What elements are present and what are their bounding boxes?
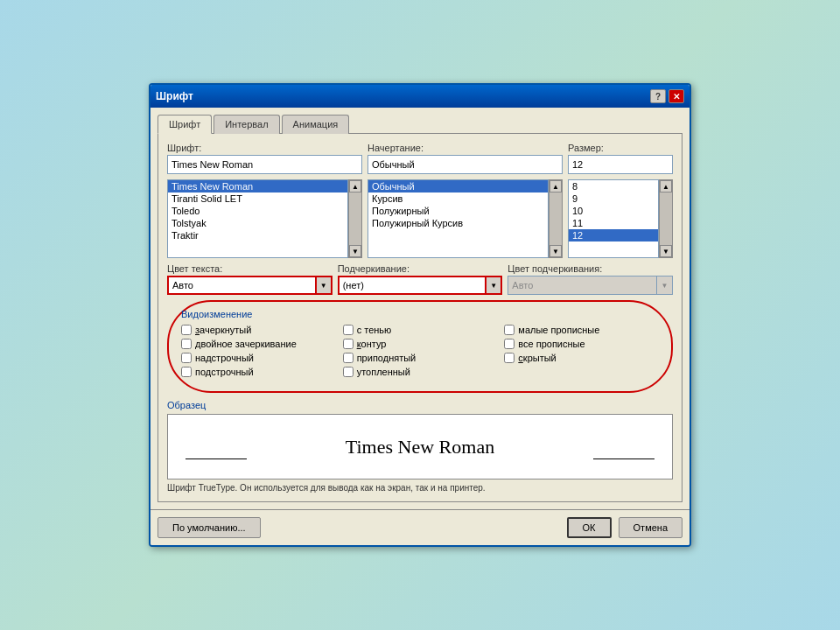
underline-dropdown[interactable]: (нет): [338, 276, 487, 295]
checkbox-engraved-input[interactable]: [343, 367, 354, 377]
scroll-up-btn[interactable]: ▲: [550, 180, 562, 192]
font-list-wrapper: Times New Roman Tiranti Solid LET Toledo…: [167, 179, 362, 258]
list-item[interactable]: Tiranti Solid LET: [168, 192, 347, 205]
size-input[interactable]: [568, 155, 673, 174]
scroll-down-btn[interactable]: ▼: [660, 245, 672, 257]
underline-color-dropdown-btn: ▼: [657, 276, 673, 295]
scroll-down-btn[interactable]: ▼: [349, 245, 361, 257]
checkbox-superscript-input[interactable]: [181, 353, 192, 363]
cancel-button[interactable]: Отмена: [619, 517, 682, 538]
ok-cancel-group: ОК Отмена: [567, 517, 682, 538]
font-input[interactable]: [167, 155, 362, 174]
scroll-track[interactable]: [349, 192, 361, 245]
dialog-title: Шрифт: [156, 90, 193, 102]
checkbox-engraved[interactable]: утопленный: [343, 367, 498, 377]
field-labels-row: Шрифт: Начертание: Размер:: [167, 143, 673, 174]
default-button[interactable]: По умолчанию...: [158, 517, 261, 538]
tab-interval[interactable]: Интервал: [214, 115, 279, 134]
tab-animation[interactable]: Анимация: [282, 115, 350, 134]
checkbox-subscript-label: подстрочный: [195, 367, 254, 377]
underline-color-dropdown: Авто: [508, 276, 657, 295]
color-row: Цвет текста: Авто ▼ Подчеркивание: (: [167, 263, 673, 295]
text-color-value: Авто: [172, 280, 193, 290]
checkbox-hidden-input[interactable]: [504, 353, 514, 363]
dialog-buttons: По умолчанию... ОК Отмена: [150, 509, 690, 545]
close-button[interactable]: ✕: [668, 89, 684, 103]
list-item[interactable]: Times New Roman: [168, 180, 347, 192]
dialog-content: Шрифт Интервал Анимация Шрифт: Начертани…: [150, 108, 690, 509]
checkbox-all-caps-input[interactable]: [504, 339, 514, 349]
list-item[interactable]: Tolstyak: [168, 217, 347, 229]
sample-underline-right: [593, 458, 654, 459]
list-item[interactable]: Полужирный: [368, 205, 548, 217]
checkbox-raised-input[interactable]: [343, 353, 354, 363]
checkbox-shadow[interactable]: с тенью: [343, 325, 498, 335]
list-item[interactable]: Полужирный Курсив: [368, 217, 548, 229]
list-item[interactable]: 8: [569, 180, 658, 192]
list-item[interactable]: Traktir: [168, 229, 347, 242]
scroll-up-btn[interactable]: ▲: [349, 180, 361, 192]
list-item[interactable]: 9: [569, 192, 658, 205]
dialog-wrapper: Шрифт ? ✕ Шрифт Интервал Анимация Шрифт:: [149, 83, 691, 547]
checkbox-shadow-input[interactable]: [343, 325, 354, 335]
help-button[interactable]: ?: [650, 89, 666, 103]
checkbox-small-caps-input[interactable]: [504, 325, 514, 335]
checkbox-raised[interactable]: приподнятый: [343, 353, 498, 363]
text-color-dropdown-btn[interactable]: ▼: [317, 276, 332, 295]
checkbox-all-caps[interactable]: все прописные: [504, 339, 659, 349]
checkbox-superscript-label: надстрочный: [195, 353, 254, 363]
sample-underline-left: [186, 458, 247, 459]
list-item[interactable]: 12: [569, 229, 658, 242]
size-listbox[interactable]: 8 9 10 11 12: [568, 179, 659, 258]
font-listbox[interactable]: Times New Roman Tiranti Solid LET Toledo…: [167, 179, 348, 258]
checkboxes-grid: зачеркнутый с тенью малые прописные: [181, 325, 659, 377]
underline-field: Подчеркивание: (нет) ▼: [338, 263, 503, 295]
sample-label: Образец: [167, 400, 673, 410]
checkbox-superscript[interactable]: надстрочный: [181, 353, 336, 363]
underline-color-value: Авто: [512, 280, 533, 290]
ok-button[interactable]: ОК: [567, 517, 612, 538]
text-color-dropdown[interactable]: Авто: [167, 276, 317, 295]
text-color-field: Цвет текста: Авто ▼: [167, 263, 332, 295]
checkbox-subscript[interactable]: подстрочный: [181, 367, 336, 377]
scroll-down-btn[interactable]: ▼: [550, 245, 562, 257]
underline-color-dropdown-wrapper: Авто ▼: [508, 276, 673, 295]
size-label: Размер:: [568, 143, 673, 153]
checkbox-outline-label: контур: [357, 339, 387, 349]
titlebar-controls: ? ✕: [650, 89, 684, 103]
style-scrollbar[interactable]: ▲ ▼: [549, 179, 563, 258]
checkbox-outline[interactable]: контур: [343, 339, 498, 349]
style-listbox[interactable]: Обычный Курсив Полужирный Полужирный Кур…: [368, 179, 549, 258]
checkbox-small-caps[interactable]: малые прописные: [504, 325, 659, 335]
checkbox-double-strike[interactable]: двойное зачеркивание: [181, 339, 336, 349]
size-scrollbar[interactable]: ▲ ▼: [659, 179, 673, 258]
list-item[interactable]: Toledo: [168, 205, 347, 217]
scroll-up-btn[interactable]: ▲: [660, 180, 672, 192]
checkbox-small-caps-label: малые прописные: [518, 325, 599, 335]
list-item[interactable]: Обычный: [368, 180, 548, 192]
checkbox-outline-input[interactable]: [343, 339, 354, 349]
sample-section: Образец Times New Roman Шрифт TrueType. …: [167, 400, 673, 493]
checkbox-double-strike-input[interactable]: [181, 339, 192, 349]
underline-dropdown-btn[interactable]: ▼: [486, 276, 502, 295]
checkbox-hidden[interactable]: скрытый: [504, 353, 659, 363]
scroll-track[interactable]: [550, 192, 562, 245]
list-row: Times New Roman Tiranti Solid LET Toledo…: [167, 179, 673, 258]
font-scrollbar[interactable]: ▲ ▼: [348, 179, 362, 258]
underline-value: (нет): [343, 280, 364, 290]
titlebar-title: Шрифт: [156, 90, 193, 102]
checkbox-subscript-input[interactable]: [181, 367, 192, 377]
checkbox-zaCherknuty-input[interactable]: [181, 325, 192, 335]
style-input[interactable]: [368, 155, 563, 174]
checkbox-zaCherknuty[interactable]: зачеркнутый: [181, 325, 336, 335]
list-item[interactable]: 11: [569, 217, 658, 229]
scroll-track[interactable]: [660, 192, 672, 245]
sample-text: Times New Roman: [346, 436, 494, 458]
tab-font[interactable]: Шрифт: [158, 115, 212, 134]
list-item[interactable]: 10: [569, 205, 658, 217]
list-item[interactable]: Курсив: [368, 192, 548, 205]
font-label: Шрифт:: [167, 143, 362, 153]
underline-color-field: Цвет подчеркивания: Авто ▼: [508, 263, 673, 295]
underline-dropdown-wrapper: (нет) ▼: [338, 276, 503, 295]
checkbox-hidden-label: скрытый: [518, 353, 556, 363]
